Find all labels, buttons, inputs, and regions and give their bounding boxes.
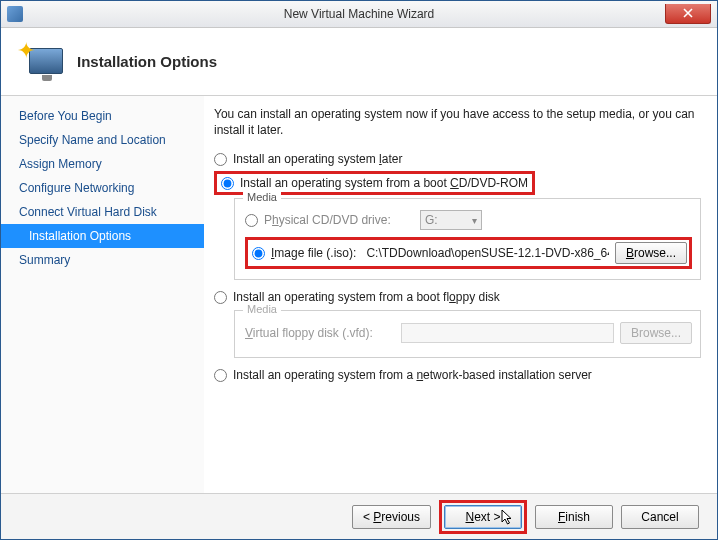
step-installation-options[interactable]: Installation Options (1, 224, 204, 248)
row-vfd: Virtual floppy disk (.vfd): Browse... (245, 319, 692, 347)
row-physical-drive: Physical CD/DVD drive: G: (245, 207, 692, 233)
cancel-button[interactable]: Cancel (621, 505, 699, 529)
step-connect-vhd[interactable]: Connect Virtual Hard Disk (1, 200, 204, 224)
step-assign-memory[interactable]: Assign Memory (1, 152, 204, 176)
option-install-later[interactable]: Install an operating system later (214, 150, 701, 169)
combo-physical-drive[interactable]: G: (420, 210, 482, 230)
media-cd-legend: Media (243, 191, 281, 203)
wizard-icon: ✦ (19, 40, 63, 84)
option-install-network[interactable]: Install an operating system from a netwo… (214, 366, 701, 385)
wizard-footer: < Previous Next > Finish Cancel (1, 493, 717, 539)
radio-install-later[interactable] (214, 153, 227, 166)
media-floppy-legend: Media (243, 303, 281, 315)
label-image-file: Image file (.iso): (271, 246, 356, 260)
wizard-body: Before You Begin Specify Name and Locati… (1, 96, 717, 493)
radio-install-network[interactable] (214, 369, 227, 382)
label-install-cd: Install an operating system from a boot … (240, 176, 528, 190)
titlebar: New Virtual Machine Wizard (1, 1, 717, 28)
browse-vfd-button: Browse... (620, 322, 692, 344)
label-vfd: Virtual floppy disk (.vfd): (245, 326, 395, 340)
input-vfd-path (401, 323, 614, 343)
previous-button[interactable]: < Previous (352, 505, 431, 529)
label-install-floppy: Install an operating system from a boot … (233, 290, 500, 304)
browse-iso-button[interactable]: Browse... (615, 242, 687, 264)
radio-install-floppy[interactable] (214, 291, 227, 304)
image-file-path: C:\TDDownload\openSUSE-12.1-DVD-x86_64.i… (362, 246, 609, 260)
media-cd-group: Media Physical CD/DVD drive: G: Image fi… (234, 198, 701, 280)
wizard-content: You can install an operating system now … (204, 96, 717, 493)
page-heading: Installation Options (77, 53, 217, 70)
label-install-network: Install an operating system from a netwo… (233, 368, 592, 382)
option-install-floppy[interactable]: Install an operating system from a boot … (214, 288, 701, 307)
step-specify-name[interactable]: Specify Name and Location (1, 128, 204, 152)
close-button[interactable] (665, 4, 711, 24)
intro-text: You can install an operating system now … (214, 106, 701, 138)
label-install-later: Install an operating system later (233, 152, 402, 166)
radio-install-cd[interactable] (221, 177, 234, 190)
finish-button[interactable]: Finish (535, 505, 613, 529)
highlight-next-button: Next > (439, 500, 527, 534)
cursor-icon (501, 509, 515, 527)
next-button[interactable]: Next > (444, 505, 522, 529)
radio-image-file[interactable] (252, 247, 265, 260)
highlight-image-file-row: Image file (.iso): C:\TDDownload\openSUS… (245, 237, 692, 269)
media-floppy-group: Media Virtual floppy disk (.vfd): Browse… (234, 310, 701, 358)
wizard-header: ✦ Installation Options (1, 28, 717, 96)
step-before-you-begin[interactable]: Before You Begin (1, 104, 204, 128)
app-icon (7, 6, 23, 22)
wizard-steps-sidebar: Before You Begin Specify Name and Locati… (1, 96, 204, 493)
close-icon (683, 8, 693, 18)
label-physical-drive: Physical CD/DVD drive: (264, 213, 414, 227)
radio-physical-drive[interactable] (245, 214, 258, 227)
window-title: New Virtual Machine Wizard (1, 7, 717, 21)
step-summary[interactable]: Summary (1, 248, 204, 272)
step-configure-networking[interactable]: Configure Networking (1, 176, 204, 200)
